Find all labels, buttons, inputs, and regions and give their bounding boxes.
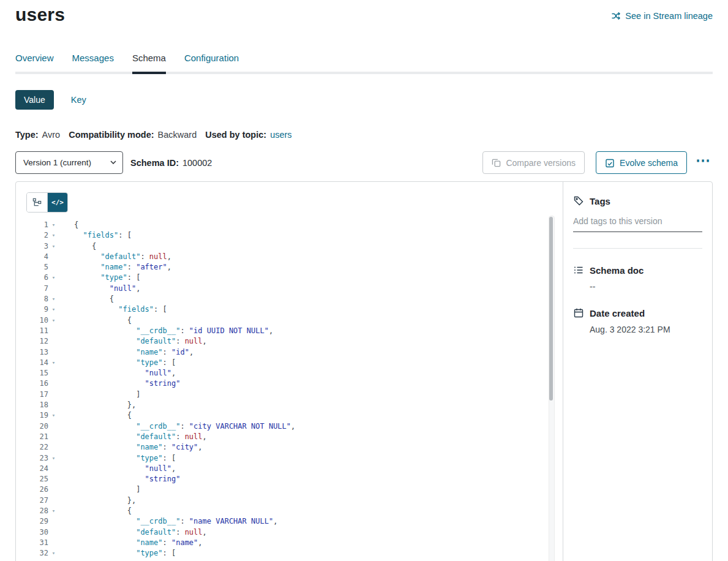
code-view-icon: </> bbox=[51, 198, 64, 206]
schema-id: Schema ID: 100002 bbox=[130, 158, 212, 168]
schema-panel: </> 1▾{2▾ "fields": [3▾ {4 "default": nu… bbox=[15, 181, 713, 561]
line-number: 12 bbox=[26, 336, 48, 347]
fold-spacer bbox=[48, 262, 59, 273]
schema-editor[interactable]: </> 1▾{2▾ "fields": [3▾ {4 "default": nu… bbox=[16, 182, 563, 561]
line-number: 17 bbox=[26, 390, 48, 400]
line-number: 21 bbox=[26, 432, 48, 442]
tab-overview[interactable]: Overview bbox=[15, 53, 54, 72]
line-number: 27 bbox=[26, 495, 48, 506]
line-number: 6 bbox=[26, 273, 48, 283]
code-line: 15 "null", bbox=[26, 368, 563, 378]
code-lines: 1▾{2▾ "fields": [3▾ {4 "default": null,5… bbox=[26, 220, 563, 559]
code-text: "fields": [ bbox=[59, 230, 132, 241]
fold-toggle-icon[interactable]: ▾ bbox=[48, 230, 59, 241]
fold-toggle-icon[interactable]: ▾ bbox=[48, 304, 59, 315]
page-header: users See in Stream lineage bbox=[15, 4, 713, 26]
tags-header: Tags bbox=[573, 195, 702, 206]
calendar-icon bbox=[573, 307, 584, 318]
fold-spacer bbox=[48, 442, 59, 453]
code-text: "fields": [ bbox=[59, 304, 167, 315]
code-text: ] bbox=[59, 390, 140, 400]
line-number: 22 bbox=[26, 442, 48, 453]
schema-doc-header: Schema doc bbox=[573, 265, 702, 276]
fold-spacer bbox=[48, 252, 59, 262]
fold-spacer bbox=[48, 464, 59, 474]
fold-toggle-icon[interactable]: ▾ bbox=[48, 410, 59, 421]
sidebar-divider bbox=[573, 248, 702, 249]
fold-spacer bbox=[48, 474, 59, 484]
schema-meta-row: Type: Avro Compatibility mode: Backward … bbox=[15, 130, 713, 140]
compare-versions-label: Compare versions bbox=[506, 158, 576, 168]
fold-toggle-icon[interactable]: ▾ bbox=[48, 220, 59, 230]
editor-scrollbar-thumb[interactable] bbox=[549, 217, 553, 401]
edit-check-icon bbox=[605, 158, 615, 168]
topic-label: Used by topic: bbox=[205, 130, 266, 140]
line-number: 29 bbox=[26, 516, 48, 527]
version-select[interactable]: Version 1 (current) bbox=[15, 151, 123, 174]
tab-configuration[interactable]: Configuration bbox=[184, 53, 239, 72]
code-line: 26 ] bbox=[26, 484, 563, 495]
page: users See in Stream lineage OverviewMess… bbox=[0, 4, 728, 174]
line-number: 26 bbox=[26, 484, 48, 495]
more-options-button[interactable]: ⋯ bbox=[693, 153, 713, 173]
key-toggle-button[interactable]: Key bbox=[71, 95, 86, 105]
code-text: "null", bbox=[59, 368, 176, 378]
code-line: 10▾ { bbox=[26, 315, 563, 326]
tags-title: Tags bbox=[590, 196, 610, 206]
code-line: 32▾ "type": [ bbox=[26, 548, 563, 559]
code-text: "type": [ bbox=[59, 548, 176, 559]
tab-underline-track bbox=[15, 72, 713, 74]
code-line: 30 "default": null, bbox=[26, 527, 563, 538]
fold-toggle-icon[interactable]: ▾ bbox=[48, 241, 59, 252]
code-text: { bbox=[59, 506, 132, 516]
code-text: "default": null, bbox=[59, 527, 207, 538]
fold-spacer bbox=[48, 378, 59, 389]
code-line: 20 "__crdb__": "city VARCHAR NOT NULL", bbox=[26, 421, 563, 432]
compare-versions-icon bbox=[492, 158, 501, 167]
code-line: 27 }, bbox=[26, 495, 563, 506]
tab-messages[interactable]: Messages bbox=[72, 53, 114, 72]
fold-toggle-icon[interactable]: ▾ bbox=[48, 548, 59, 559]
code-text: "default": null, bbox=[59, 252, 171, 262]
value-toggle-button[interactable]: Value bbox=[15, 90, 54, 110]
code-view-button[interactable]: </> bbox=[47, 193, 67, 212]
topic-link[interactable]: users bbox=[270, 130, 291, 140]
code-line: 9▾ "fields": [ bbox=[26, 304, 563, 315]
fold-spacer bbox=[48, 390, 59, 400]
fold-spacer bbox=[48, 284, 59, 294]
code-line: 28▾ { bbox=[26, 506, 563, 516]
code-text: "default": null, bbox=[59, 432, 207, 442]
schema-type-toggle: Value Key bbox=[15, 90, 713, 110]
schema-toolbar: Version 1 (current) Schema ID: 100002 Co… bbox=[15, 151, 713, 174]
fold-spacer bbox=[48, 527, 59, 538]
line-number: 30 bbox=[26, 527, 48, 538]
line-number: 1 bbox=[26, 220, 48, 230]
tab-schema[interactable]: Schema bbox=[132, 53, 166, 72]
line-number: 10 bbox=[26, 315, 48, 326]
code-text: { bbox=[59, 410, 132, 421]
tags-section: Tags bbox=[573, 195, 702, 249]
evolve-schema-button[interactable]: Evolve schema bbox=[596, 151, 687, 174]
fold-toggle-icon[interactable]: ▾ bbox=[48, 506, 59, 516]
code-text: "name": "city", bbox=[59, 442, 203, 453]
type-label: Type: bbox=[15, 130, 39, 140]
line-number: 16 bbox=[26, 378, 48, 389]
editor-scrollbar-track[interactable] bbox=[549, 216, 555, 561]
fold-toggle-icon[interactable]: ▾ bbox=[48, 294, 59, 304]
stream-lineage-link[interactable]: See in Stream lineage bbox=[611, 11, 713, 21]
line-number: 14 bbox=[26, 358, 48, 368]
code-line: 21 "default": null, bbox=[26, 432, 563, 442]
fold-toggle-icon[interactable]: ▾ bbox=[48, 273, 59, 283]
code-line: 2▾ "fields": [ bbox=[26, 230, 563, 241]
code-text: "default": null, bbox=[59, 336, 207, 347]
fold-toggle-icon[interactable]: ▾ bbox=[48, 358, 59, 368]
compare-versions-button[interactable]: Compare versions bbox=[482, 151, 585, 174]
tree-view-button[interactable] bbox=[27, 193, 47, 212]
code-text: { bbox=[59, 220, 78, 230]
evolve-schema-label: Evolve schema bbox=[620, 158, 678, 168]
add-tags-input[interactable] bbox=[573, 216, 702, 232]
code-line: 7 "null", bbox=[26, 284, 563, 294]
fold-toggle-icon[interactable]: ▾ bbox=[48, 315, 59, 326]
fold-toggle-icon[interactable]: ▾ bbox=[48, 453, 59, 464]
fold-spacer bbox=[48, 421, 59, 432]
